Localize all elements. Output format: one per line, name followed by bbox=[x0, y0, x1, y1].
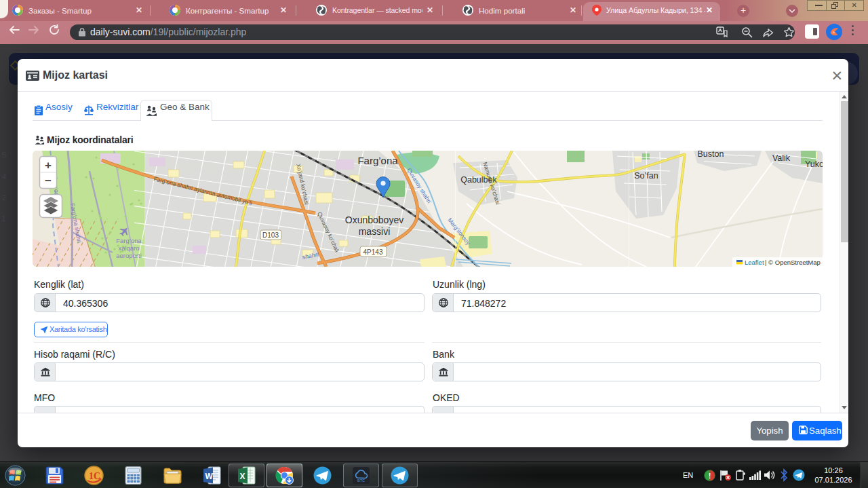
svg-text:1С: 1С bbox=[89, 471, 100, 481]
svg-text:Valik: Valik bbox=[772, 153, 791, 163]
svg-text:Yuko: Yuko bbox=[805, 159, 823, 169]
svg-text:Oxunboboyev: Oxunboboyev bbox=[345, 214, 403, 225]
svg-text:Farg’ona: Farg’ona bbox=[116, 237, 142, 244]
svg-text:aeroporti: aeroporti bbox=[116, 252, 142, 259]
svg-text:Buston: Buston bbox=[698, 151, 724, 159]
svg-text:W: W bbox=[205, 472, 214, 481]
svg-text:4P143: 4P143 bbox=[363, 248, 383, 256]
svg-text:xalqaro: xalqaro bbox=[118, 244, 139, 252]
svg-text:X: X bbox=[240, 472, 245, 481]
svg-text:!: ! bbox=[709, 472, 711, 480]
svg-text:D103: D103 bbox=[262, 231, 279, 239]
svg-text:Leaflet: Leaflet bbox=[745, 259, 764, 266]
svg-text:So’fan: So’fan bbox=[634, 171, 658, 181]
svg-text:massivi: massivi bbox=[359, 226, 391, 237]
svg-text:+: + bbox=[45, 159, 52, 172]
svg-text:Farg’ona: Farg’ona bbox=[357, 155, 398, 166]
svg-text:BTC: BTC bbox=[357, 478, 365, 483]
svg-text:−: − bbox=[45, 174, 52, 187]
svg-text:| © OpenStreetMap: | © OpenStreetMap bbox=[765, 259, 821, 266]
